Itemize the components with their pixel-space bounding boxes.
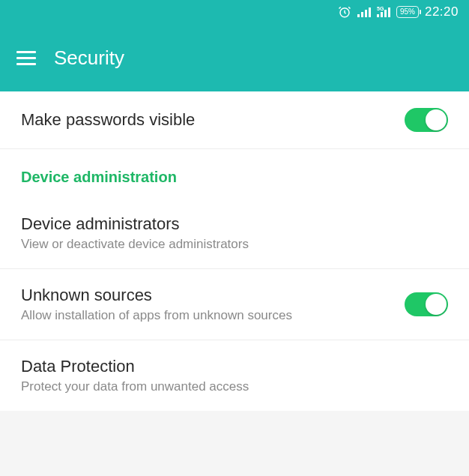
svg-rect-7: [381, 12, 383, 17]
svg-rect-3: [365, 10, 367, 17]
signal-5g-icon: 5G: [377, 7, 390, 17]
page-title: Security: [54, 46, 124, 70]
device-administrators-item[interactable]: Device administrators View or deactivate…: [0, 198, 469, 269]
signal-icon: [357, 7, 371, 17]
status-bar: 5G 95% 22:20: [0, 0, 469, 24]
passwords-visible-toggle[interactable]: [405, 108, 448, 132]
clock: 22:20: [425, 4, 459, 19]
item-subtitle: Protect your data from unwanted access: [21, 379, 448, 394]
svg-rect-6: [377, 14, 379, 17]
svg-rect-4: [369, 7, 371, 17]
settings-list: Make passwords visible Device administra…: [0, 91, 469, 411]
item-title: Make passwords visible: [21, 110, 405, 130]
svg-text:5G: 5G: [377, 7, 384, 11]
svg-rect-2: [361, 12, 363, 17]
battery-indicator: 95%: [396, 6, 419, 18]
section-header-device-administration: Device administration: [0, 149, 469, 198]
item-subtitle: Allow installation of apps from unknown …: [21, 308, 405, 323]
svg-rect-9: [388, 7, 390, 17]
unknown-sources-item[interactable]: Unknown sources Allow installation of ap…: [0, 269, 469, 340]
item-title: Unknown sources: [21, 286, 405, 305]
app-bar: Security: [0, 24, 469, 91]
hamburger-menu-icon[interactable]: [16, 51, 36, 65]
item-title: Device administrators: [21, 214, 448, 234]
alarm-icon: [338, 5, 351, 19]
item-title: Data Protection: [21, 357, 448, 376]
svg-rect-1: [357, 14, 360, 17]
make-passwords-visible-item[interactable]: Make passwords visible: [0, 91, 469, 149]
data-protection-item[interactable]: Data Protection Protect your data from u…: [0, 340, 469, 411]
svg-rect-8: [384, 10, 387, 17]
item-subtitle: View or deactivate device administrators: [21, 237, 448, 252]
unknown-sources-toggle[interactable]: [405, 292, 448, 316]
